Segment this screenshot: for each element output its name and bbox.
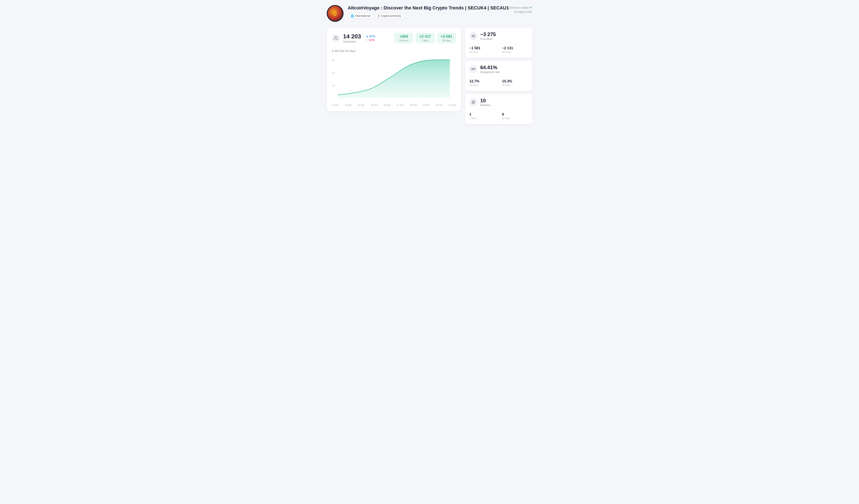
tag-cryptocurrencies[interactable]: ₿ Cryptocurrencies (375, 13, 404, 19)
svg-text:12k: 12k (332, 72, 335, 74)
tag-international[interactable]: 🌐 International (348, 13, 373, 19)
stats-row: 14 203 Subscribers ▲ 87% ♀ 12% (332, 33, 456, 43)
mentions-label: Mentions (480, 104, 491, 107)
engagement-rate-label: Engagement rate (480, 70, 499, 74)
channel-meta: Channel is created ✔ 24 August, 2021 (508, 5, 532, 14)
tag-cryptocurrencies-label: Cryptocurrencies (381, 14, 401, 17)
svg-text:13k: 13k (332, 59, 335, 62)
female-pct: ♀ 12% (366, 38, 375, 42)
x-label-2: 14 Dec (358, 104, 365, 106)
post-views-sub-row: ~1 581 24 hours ~2 131 48 hours (469, 43, 528, 54)
post-views-label: Post views (480, 37, 496, 41)
chart-x-labels: 12 Dec 13 Dec 14 Dec 15 Dec 16 Dec 17 De… (332, 104, 456, 106)
mentions-30d: 6 30 days (499, 111, 528, 120)
channel-created-date: 24 August, 2021 (514, 11, 532, 13)
right-panel: ~3 275 Post views ~1 581 24 hours ~2 131… (465, 28, 532, 124)
post-views-24h: ~1 581 24 hours (469, 45, 499, 54)
post-views-48h: ~2 131 48 hours (499, 45, 528, 54)
post-views-24h-label: 24 hours (469, 51, 495, 53)
er-24h: 12.7% 24 hours (469, 78, 499, 87)
post-views-card: ~3 275 Post views ~1 581 24 hours ~2 131… (465, 28, 532, 58)
er-48h-value: 15.3% (502, 79, 528, 83)
growth-period-24h: 24 hours (397, 39, 410, 42)
crypto-icon: ₿ (378, 14, 379, 18)
growth-badges: +504 24 hours +2 417 7 days +3 081 30 da… (394, 33, 456, 43)
x-label-9: 21 Dec (449, 104, 456, 106)
mentions-30d-label: 30 days (502, 117, 528, 120)
post-views-48h-label: 48 hours (502, 51, 528, 53)
mentions-7d-value: 1 (469, 112, 495, 116)
male-pct: ▲ 87% (366, 35, 375, 38)
growth-value-24h: +504 (397, 34, 410, 39)
growth-value-7d: +2 417 (419, 34, 431, 39)
subscribers-icon (332, 34, 340, 42)
chart-svg: 13k 12k 11k (332, 56, 456, 102)
mentions-7d: 1 7 days (469, 111, 499, 120)
male-arrow-icon: ▲ (366, 35, 369, 38)
male-pct-value: 87% (370, 35, 375, 38)
verified-icon: ✔ (529, 6, 532, 9)
svg-text:11k: 11k (332, 84, 335, 87)
er-icon-circle: ER (469, 65, 477, 73)
subscribers-block: 14 203 Subscribers ▲ 87% ♀ 12% (332, 33, 375, 43)
growth-period-7d: 7 days (419, 39, 431, 42)
engagement-rate-card: ER 64.41% Engagement rate 12.7% 24 hours… (465, 61, 532, 91)
mentions-30d-value: 6 (502, 112, 528, 116)
growth-badge-7d: +2 417 7 days (416, 33, 435, 43)
mentions-header: @ 10 Mentions (469, 98, 528, 107)
growth-badge-24h: +504 24 hours (394, 33, 413, 43)
chart-area: 13k 12k 11k (332, 56, 456, 102)
engagement-rate-header: ER 64.41% Engagement rate (469, 65, 528, 74)
channel-title: AltcoinVoyage : Discover the Next Big Cr… (348, 5, 532, 11)
subscriber-label: Subscribers (343, 40, 361, 43)
views-icon-circle (469, 32, 477, 40)
engagement-rate-sub-row: 12.7% 24 hours 15.3% 48 hours (469, 76, 528, 87)
svg-point-8 (473, 35, 474, 36)
x-label-3: 15 Dec (371, 104, 378, 106)
at-icon: @ (471, 100, 475, 104)
globe-icon: 🌐 (350, 14, 354, 18)
x-label-1: 13 Dec (345, 104, 352, 106)
female-dot-icon: ♀ (366, 38, 368, 42)
growth-value-30d: +3 081 (440, 34, 453, 39)
x-label-8: 20 Dec (436, 104, 443, 106)
x-label-0: 12 Dec (332, 104, 339, 106)
channel-tags: 🌐 International ₿ Cryptocurrencies (348, 13, 532, 19)
post-views-24h-value: ~1 581 (469, 46, 495, 50)
er-48h: 15.3% 48 hours (499, 78, 528, 87)
mentions-icon-circle: @ (469, 98, 477, 106)
x-label-4: 16 Dec (384, 104, 391, 106)
subscriber-pcts: ▲ 87% ♀ 12% (366, 35, 375, 42)
growth-period-30d: 30 days (440, 39, 453, 42)
channel-avatar: ₿ (327, 5, 344, 22)
post-views-value: ~3 275 (480, 31, 496, 37)
er-label-icon: ER (471, 67, 475, 70)
channel-meta-label: Channel is created (508, 6, 529, 9)
main-grid: 14 203 Subscribers ▲ 87% ♀ 12% (327, 28, 532, 124)
svg-point-0 (335, 36, 336, 38)
chart-period-label: In the last 30 days (332, 49, 456, 52)
mentions-sub-row: 1 7 days 6 30 days (469, 109, 528, 120)
growth-badge-30d: +3 081 30 days (437, 33, 456, 43)
mentions-card: @ 10 Mentions 1 7 days 6 30 days (465, 94, 532, 124)
avatar-inner: ₿ (328, 6, 343, 21)
x-label-7: 19 Dec (423, 104, 430, 106)
engagement-rate-value: 64.41% (480, 65, 499, 70)
er-24h-value: 12.7% (469, 79, 495, 83)
er-24h-label: 24 hours (469, 84, 495, 86)
post-views-header: ~3 275 Post views (469, 31, 528, 41)
mentions-7d-label: 7 days (469, 117, 495, 120)
page-wrapper: ₿ AltcoinVoyage : Discover the Next Big … (327, 5, 532, 124)
er-48h-label: 48 hours (502, 84, 528, 86)
tag-international-label: International (355, 14, 371, 17)
subscriber-count: 14 203 (343, 33, 361, 40)
channel-header: ₿ AltcoinVoyage : Discover the Next Big … (327, 5, 532, 22)
mentions-value: 10 (480, 98, 491, 104)
post-views-48h-value: ~2 131 (502, 46, 528, 50)
x-label-6: 18 Dec (410, 104, 417, 106)
left-panel: 14 203 Subscribers ▲ 87% ♀ 12% (327, 28, 461, 111)
channel-info: AltcoinVoyage : Discover the Next Big Cr… (348, 5, 532, 19)
female-pct-value: 12% (369, 38, 375, 42)
x-label-5: 17 Dec (396, 104, 404, 106)
